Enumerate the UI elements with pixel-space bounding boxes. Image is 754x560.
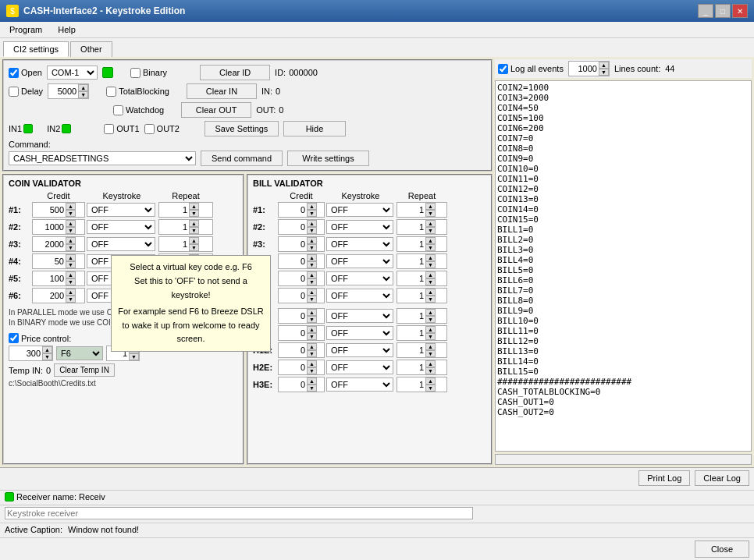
bill-in1-credit[interactable] — [279, 309, 307, 323]
log-hscroll[interactable] — [495, 454, 752, 465]
c2-repeat-down[interactable]: ▼ — [189, 227, 199, 234]
coin-row2-repeat[interactable] — [159, 220, 189, 234]
coin-row3-repeat[interactable] — [159, 237, 189, 251]
delay-down[interactable]: ▼ — [78, 91, 88, 98]
out2-checkbox-label[interactable]: OUT2 — [144, 124, 180, 134]
delay-input[interactable] — [48, 86, 78, 97]
price-repeat-down[interactable]: ▼ — [129, 353, 139, 360]
watchdog-label[interactable]: Watchdog — [113, 105, 164, 115]
c1-repeat-down[interactable]: ▼ — [189, 210, 199, 217]
save-settings-button[interactable]: Save Settings — [205, 121, 279, 136]
bill-in2-repeat[interactable] — [397, 326, 425, 340]
bill-r4-repeat[interactable] — [397, 254, 425, 268]
c5-credit-down[interactable]: ▼ — [66, 278, 76, 285]
bill-h2e-credit[interactable] — [279, 360, 307, 374]
bill-h3e-repeat[interactable] — [397, 377, 425, 392]
write-settings-button[interactable]: Write settings — [287, 151, 369, 166]
bill-h1e-keystroke[interactable]: OFF — [326, 343, 393, 357]
c3-credit-down[interactable]: ▼ — [66, 244, 76, 251]
open-checkbox[interactable] — [9, 68, 19, 78]
log-all-checkbox[interactable] — [498, 64, 508, 74]
bill-h3e-keystroke[interactable]: OFF — [326, 377, 393, 392]
price-keystroke-select[interactable]: F6OFFF1F2 — [56, 346, 103, 360]
coin-row2-credit[interactable] — [33, 220, 66, 234]
log-spinner-up[interactable]: ▲ — [599, 62, 609, 69]
coin-row6-credit[interactable] — [33, 289, 66, 303]
out1-checkbox-label[interactable]: OUT1 — [104, 124, 139, 134]
clear-id-button[interactable]: Clear ID — [200, 65, 270, 80]
out1-checkbox[interactable] — [104, 124, 114, 134]
print-log-button[interactable]: Print Log — [638, 470, 690, 486]
binary-checkbox-label[interactable]: Binary — [130, 68, 167, 78]
coin-row1-keystroke[interactable]: OFF — [87, 203, 155, 217]
log-spinner-down[interactable]: ▼ — [599, 69, 609, 76]
log-all-events-label[interactable]: Log all events — [498, 64, 564, 74]
bill-r2-credit[interactable] — [279, 220, 307, 234]
log-area[interactable]: COIN2=1000COIN3=2000COIN4=50COIN5=100COI… — [495, 80, 752, 452]
price-down[interactable]: ▼ — [42, 353, 52, 360]
watchdog-checkbox[interactable] — [113, 105, 123, 115]
bill-r4-credit[interactable] — [279, 254, 307, 268]
bill-r1-keystroke[interactable]: OFF — [326, 203, 393, 217]
coin-row3-keystroke[interactable]: OFF — [87, 237, 155, 251]
price-control-value[interactable] — [9, 346, 42, 360]
bill-in2-keystroke[interactable]: OFF — [326, 326, 393, 340]
c3-repeat-down[interactable]: ▼ — [189, 244, 199, 251]
total-blocking-checkbox[interactable] — [106, 87, 116, 97]
bill-r3-credit[interactable] — [279, 237, 307, 251]
bill-r2-keystroke[interactable]: OFF — [326, 220, 393, 234]
clear-in-button[interactable]: Clear IN — [187, 83, 257, 99]
delay-checkbox[interactable] — [9, 87, 19, 97]
menu-program[interactable]: Program — [3, 23, 48, 36]
clear-log-button[interactable]: Clear Log — [695, 470, 749, 486]
bill-in1-repeat[interactable] — [397, 309, 425, 323]
c4-credit-down[interactable]: ▼ — [66, 261, 76, 268]
close-button[interactable]: Close — [695, 541, 749, 558]
bill-r5-repeat[interactable] — [397, 271, 425, 285]
menu-help[interactable]: Help — [52, 23, 82, 36]
out2-checkbox[interactable] — [144, 124, 155, 134]
bill-h2e-repeat[interactable] — [397, 360, 425, 374]
bill-r5-keystroke[interactable]: OFF — [326, 271, 393, 285]
c2-repeat-up[interactable]: ▲ — [189, 220, 199, 227]
bill-r1-credit[interactable] — [279, 203, 307, 217]
bill-in2-credit[interactable] — [279, 326, 307, 340]
c1-credit-down[interactable]: ▼ — [66, 210, 76, 217]
coin-row1-credit[interactable] — [33, 203, 66, 217]
hide-button[interactable]: Hide — [283, 121, 346, 136]
close-button[interactable]: ✕ — [732, 4, 748, 18]
coin-row5-credit[interactable] — [33, 271, 66, 285]
command-select[interactable]: CASH_READSETTINGS — [9, 151, 196, 165]
c4-credit-up[interactable]: ▲ — [66, 254, 76, 261]
tab-other[interactable]: Other — [70, 41, 112, 57]
c1-credit-up[interactable]: ▲ — [66, 203, 76, 210]
tab-ci2-settings[interactable]: CI2 settings — [3, 41, 69, 57]
delay-up[interactable]: ▲ — [78, 84, 88, 91]
price-up[interactable]: ▲ — [42, 346, 52, 353]
c5-credit-up[interactable]: ▲ — [66, 271, 76, 278]
coin-row1-repeat[interactable] — [159, 203, 189, 217]
c1-repeat-up[interactable]: ▲ — [189, 203, 199, 210]
bill-r6-keystroke[interactable]: OFF — [326, 289, 393, 303]
bill-r3-repeat[interactable] — [397, 237, 425, 251]
bill-r5-credit[interactable] — [279, 271, 307, 285]
open-checkbox-label[interactable]: Open — [9, 68, 42, 78]
c2-credit-down[interactable]: ▼ — [66, 227, 76, 234]
port-select[interactable]: COM-1COM-2COM-3 — [47, 66, 98, 80]
total-blocking-label[interactable]: TotalBlocking — [106, 87, 169, 97]
bill-h1e-credit[interactable] — [279, 343, 307, 357]
coin-row2-keystroke[interactable]: OFF — [87, 220, 155, 234]
coin-row3-credit[interactable] — [33, 237, 66, 251]
c3-credit-up[interactable]: ▲ — [66, 237, 76, 244]
delay-checkbox-label[interactable]: Delay — [9, 87, 43, 97]
c2-credit-up[interactable]: ▲ — [66, 220, 76, 227]
bill-r6-credit[interactable] — [279, 289, 307, 303]
price-control-checkbox[interactable] — [9, 333, 19, 343]
clear-temp-in-button[interactable]: Clear Temp IN — [54, 363, 115, 377]
clear-out-button[interactable]: Clear OUT — [181, 102, 251, 118]
maximize-button[interactable]: □ — [715, 4, 731, 18]
bill-r6-repeat[interactable] — [397, 289, 425, 303]
coin-row4-credit[interactable] — [33, 254, 66, 268]
c6-credit-up[interactable]: ▲ — [66, 289, 76, 296]
send-command-button[interactable]: Send command — [201, 151, 283, 166]
